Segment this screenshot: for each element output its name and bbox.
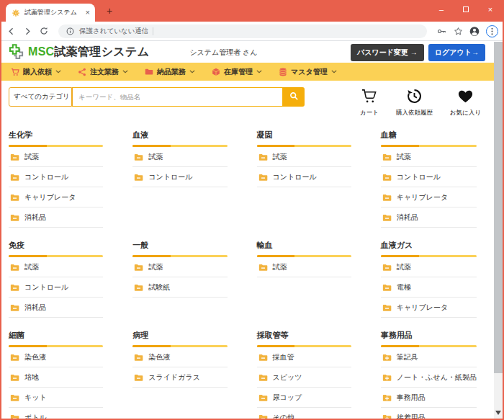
nav-item-inventory-management[interactable]: 在庫管理 (212, 67, 262, 77)
logout-button[interactable]: ログアウト→ (428, 44, 485, 61)
password-key-icon[interactable] (436, 26, 446, 36)
main-nav: 購入依頼注文業務納品業務在庫管理マスタ管理 (1, 63, 503, 81)
category-link[interactable]: 試薬 (132, 257, 227, 277)
category-link[interactable]: コントロール (9, 167, 103, 187)
app-title: MSC試薬管理システム (28, 45, 149, 60)
quick-link-label: 購入依頼履歴 (396, 109, 433, 117)
nav-item-purchase-request[interactable]: 購入依頼 (11, 67, 61, 77)
quick-link-cart[interactable]: カート (360, 88, 379, 117)
folder-minus-icon (258, 414, 268, 420)
tab-close-icon[interactable]: × (86, 9, 90, 17)
address-bar[interactable]: 保護されていない通信 (58, 24, 427, 38)
folder-minus-icon (10, 174, 19, 182)
scrollbar-thumb[interactable] (494, 42, 503, 373)
quick-link-purchase-history[interactable]: 購入依頼履歴 (396, 88, 433, 117)
nav-item-order-operations[interactable]: 注文業務 (78, 67, 128, 77)
category-link[interactable]: コントロール (257, 167, 351, 187)
category-link[interactable]: スピッツ (257, 367, 351, 388)
folder-icon (145, 68, 153, 76)
folder-minus-icon (134, 153, 143, 161)
category-link[interactable]: 事務用品 (381, 388, 477, 408)
back-icon[interactable] (6, 26, 16, 36)
category-link[interactable]: キャリブレータ (381, 187, 477, 207)
info-icon[interactable] (65, 26, 75, 36)
category-link[interactable]: 試薬 (381, 257, 477, 277)
forward-icon[interactable] (22, 26, 32, 36)
category-link-label: コントロール (273, 172, 317, 182)
category-link-label: 試薬 (24, 152, 39, 162)
folder-plus-icon (382, 394, 392, 402)
category-link[interactable]: コントロール (132, 167, 227, 187)
search-button[interactable] (283, 87, 305, 107)
category-link-label: キット (24, 393, 47, 403)
category-link[interactable]: 試薬 (9, 147, 103, 167)
search-row: すべてのカテゴリ カート購入依頼履歴お気に入り (1, 81, 503, 117)
window-close-button[interactable]: × (478, 0, 503, 19)
category-link[interactable]: 採血管 (257, 347, 351, 367)
browser-menu-icon[interactable] (486, 25, 498, 37)
browser-tab[interactable]: 試薬管理システム × (6, 4, 95, 22)
category-link[interactable]: 消耗品 (9, 207, 103, 228)
category-section-immunity: 免疫試薬コントロール消耗品 (9, 240, 103, 318)
category-link[interactable]: ボトル (9, 408, 103, 420)
category-link-label: 試験紙 (148, 282, 170, 292)
reload-icon[interactable] (39, 26, 49, 36)
category-link[interactable]: 試験紙 (132, 277, 227, 298)
category-link[interactable]: 筆記具 (381, 347, 477, 367)
category-link[interactable]: 尿コップ (257, 388, 351, 408)
minimize-button[interactable]: – (429, 0, 454, 19)
bookmark-star-icon[interactable] (453, 26, 463, 36)
quick-link-favorites[interactable]: お気に入り (450, 88, 481, 117)
folder-minus-icon (382, 264, 392, 272)
box-icon (212, 68, 220, 76)
category-link[interactable]: 接着用品 (381, 408, 477, 420)
category-link[interactable]: コントロール (9, 277, 103, 298)
folder-plus-icon (382, 374, 392, 382)
share-nodes-icon (78, 68, 86, 76)
category-link[interactable]: 消耗品 (9, 298, 103, 318)
category-link[interactable]: ノート・ふせん・紙製品 (381, 367, 477, 388)
category-link[interactable]: 消耗品 (381, 207, 477, 228)
app-logo[interactable]: MSC試薬管理システム (7, 43, 149, 61)
category-link[interactable]: 試薬 (381, 147, 477, 167)
category-link[interactable]: 試薬 (257, 147, 351, 167)
category-link-label: キャリブレータ (397, 192, 448, 202)
nav-item-master-management[interactable]: マスタ管理 (279, 67, 337, 77)
chevron-down-icon (189, 70, 195, 73)
category-link-label: コントロール (397, 172, 441, 182)
chevron-down-icon (331, 70, 337, 73)
nav-item-delivery-operations[interactable]: 納品業務 (145, 67, 195, 77)
category-link-label: 試薬 (397, 262, 411, 272)
url-divider (153, 27, 153, 35)
category-title: 生化学 (9, 130, 103, 145)
search-input[interactable] (72, 87, 283, 107)
new-tab-button[interactable]: + (102, 4, 117, 19)
category-link[interactable]: 試薬 (132, 147, 227, 167)
browser-titlebar: 試薬管理システム × + – × (0, 0, 504, 22)
folder-minus-icon (134, 264, 143, 272)
folder-minus-icon (382, 284, 392, 292)
category-link[interactable]: 電極 (381, 277, 477, 298)
category-link[interactable]: 培地 (9, 367, 103, 388)
category-link[interactable]: キット (9, 388, 103, 408)
page-scrollbar[interactable] (494, 42, 503, 419)
category-link[interactable]: 試薬 (257, 257, 351, 277)
category-link[interactable]: スライドガラス (132, 367, 227, 388)
app-title-accent: MSC (28, 45, 54, 58)
folder-minus-icon (10, 354, 19, 362)
category-link-label: ノート・ふせん・紙製品 (397, 372, 477, 383)
folder-minus-icon (134, 374, 143, 382)
folder-minus-icon (10, 194, 19, 202)
change-password-button[interactable]: パスワード変更 → (351, 44, 424, 61)
maximize-button[interactable] (454, 0, 478, 19)
category-link[interactable]: 染色液 (9, 347, 103, 367)
category-link[interactable]: 試薬 (9, 257, 103, 277)
category-link[interactable]: 染色液 (132, 347, 227, 367)
category-link[interactable]: キャリブレータ (381, 298, 477, 318)
category-link[interactable]: コントロール (381, 167, 477, 187)
profile-avatar-icon[interactable] (469, 26, 480, 36)
category-link[interactable]: その他 (257, 408, 351, 420)
category-link[interactable]: キャリブレータ (9, 187, 103, 207)
scrollbar-down-arrow-icon[interactable] (495, 411, 501, 415)
category-select[interactable]: すべてのカテゴリ (9, 87, 72, 107)
